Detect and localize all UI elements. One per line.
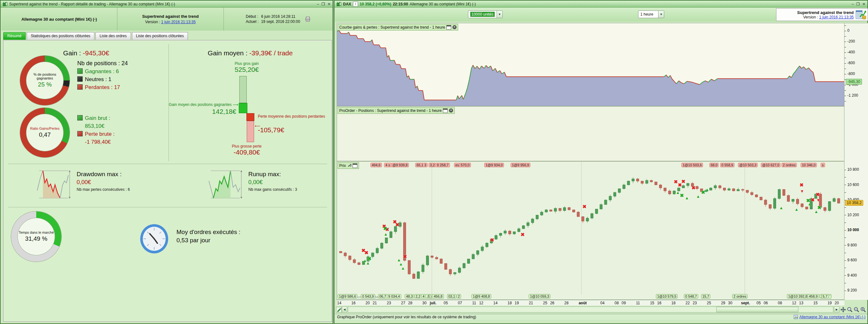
order-entry-badge[interactable]: 1@10 579,5 (656, 294, 678, 298)
gains-pane-header[interactable]: Courbe gains & pertes : Supertrend again… (338, 24, 458, 31)
panel-icon[interactable] (443, 108, 448, 113)
minimize-button[interactable]: ‒ (851, 2, 854, 6)
scrollbar-thumb[interactable] (716, 307, 798, 312)
order-entry-badge[interactable]: 5,7 (821, 294, 829, 298)
order-price-badge[interactable]: 68,0 (709, 163, 719, 167)
window-controls: ‒ ❐ ✕ (851, 2, 865, 6)
zoom-in-icon[interactable] (860, 307, 866, 313)
instrument-link[interactable]: Allemagne 30 au comptant (Mini 1€) (-) (799, 315, 865, 319)
order-entry-badge[interactable]: 2 ordres (732, 294, 747, 298)
wrench-icon[interactable] (347, 163, 351, 168)
price-label-badge[interactable]: Prix (338, 162, 359, 169)
strategy-box[interactable]: Supertrend against the trend Version : 1… (776, 8, 868, 21)
order-price-badge[interactable]: 1@9 956,9 (510, 163, 530, 167)
close-button[interactable]: ✕ (862, 2, 865, 6)
order-price-badge[interactable]: s (820, 163, 825, 167)
losing-exit-marker: ✖ (800, 182, 804, 188)
order-entry-badge[interactable]: 03,1 (447, 294, 456, 298)
minor-tick (844, 53, 846, 53)
order-entry-badge[interactable]: 15,7 (701, 294, 710, 298)
order-entry-badge[interactable]: 456,8 (432, 294, 444, 298)
panel-icon[interactable] (352, 163, 358, 168)
donut-value: 0,47 (39, 131, 51, 138)
order-price-badge[interactable]: 1@10 503,6 (681, 163, 703, 167)
order-entry-badge[interactable]: 1@9 408,8 (471, 294, 491, 298)
sell-arrow-marker: ▼ (816, 198, 820, 202)
order-entry-badge[interactable]: 9 034,4 (387, 294, 401, 298)
order-price-badge[interactable]: 65,1 3 (415, 163, 428, 167)
order-price-badge[interactable]: 0 558,9 (720, 163, 735, 167)
timeframe-dropdown[interactable]: 1 heure ▼ (638, 10, 664, 18)
gains-curve-pane[interactable]: Courbe gains & pertes : Supertrend again… (337, 23, 844, 106)
date-tick-label: 14 (337, 301, 341, 305)
order-entry-badge[interactable]: 0 543,9 (361, 294, 375, 298)
order-price-badge[interactable]: 1@9 934,0 (484, 163, 504, 167)
report-titlebar[interactable]: Supertrend against the trend - Rapport d… (1, 1, 333, 8)
losing-exit-marker: ✖ (681, 179, 685, 185)
strategy-report-icon (856, 10, 866, 20)
y-tick-label: 9 600 (847, 258, 857, 262)
order-price-badge[interactable]: 3,2 (429, 163, 436, 167)
order-entry-badge[interactable]: 2 (457, 294, 461, 298)
max-loss-value: -409,80€ (212, 149, 282, 156)
zoom-out-icon[interactable] (854, 307, 860, 313)
tab-statistiques[interactable]: Statistiques des positions clôturées (27, 32, 94, 40)
chart-titlebar[interactable]: DAX i 10 358,2 (+0,60%) 22:15:00 Allemag… (335, 1, 867, 8)
buy-arrow-marker: ▲ (384, 231, 388, 236)
date-tick-label: 26 (550, 301, 554, 305)
panel-icon[interactable] (446, 25, 451, 30)
header-dates-cell: Début :6 juin 2016 14:28:11 Actuel :19 s… (224, 8, 333, 31)
minor-tick (844, 31, 846, 31)
y-tick-label: 0 (847, 28, 849, 33)
positions-pane-header[interactable]: ProOrder - Positions : Supertrend agains… (338, 107, 455, 114)
order-price-badge[interactable]: @10 503,3 (738, 163, 758, 167)
order-entry-badge[interactable]: 1@10 059,3 (529, 294, 550, 298)
scroll-right-button[interactable]: ▶ (834, 306, 839, 313)
order-entry-badge[interactable]: ' (828, 294, 831, 298)
draw-pencil-icon[interactable] (336, 307, 342, 313)
order-entry-badge[interactable]: 4 (421, 294, 426, 298)
tab-resume[interactable]: Résumé (3, 32, 26, 40)
order-entry-badge[interactable]: 458,9 (808, 294, 819, 298)
price-label: Prix (339, 163, 346, 168)
price-pane[interactable]: Prix 494,64 s@9 939,865,1 33,29 258,7es5… (337, 161, 844, 300)
close-icon[interactable]: ✕ (453, 25, 457, 29)
chart-scrollbar[interactable] (348, 306, 833, 313)
zoom-fit-icon[interactable] (847, 307, 853, 313)
version-link[interactable]: 1 juin 2016 21:13:35 (819, 15, 854, 20)
printer-icon[interactable] (305, 16, 311, 22)
positions-pane[interactable]: ProOrder - Positions : Supertrend agains… (337, 106, 844, 161)
max-gain-bar (240, 76, 247, 103)
minimize-button[interactable]: ‒ (317, 2, 319, 6)
restore-button[interactable]: ❐ (321, 2, 325, 6)
info-icon[interactable]: i (353, 2, 358, 7)
order-price-badge[interactable]: 494,6 (370, 163, 382, 167)
order-entry-badge[interactable]: 1@10 392,8 (787, 294, 809, 298)
version-link[interactable]: 1 juin 2016 21:13:35 (161, 20, 196, 24)
gain-heading: Gain : -945,30€ (3, 49, 169, 57)
order-entry-badge[interactable]: 06,7 (378, 294, 387, 298)
restore-button[interactable]: ❐ (856, 2, 860, 6)
order-entry-badge[interactable]: 2,2 (414, 294, 422, 298)
chart-area: Courbe gains & pertes : Supertrend again… (335, 22, 867, 305)
order-entry-badge[interactable]: 1@9 586,6 (338, 294, 358, 298)
order-price-badge[interactable]: 10 346,0 (801, 163, 817, 167)
order-price-badge[interactable]: 4 s (384, 163, 392, 167)
order-entry-badge[interactable]: 0 548,7 (684, 294, 698, 298)
tab-liste-ordres[interactable]: Liste des ordres (95, 32, 131, 40)
close-icon[interactable]: ✕ (449, 108, 453, 112)
order-price-badge[interactable]: 9 258,7 (436, 163, 450, 167)
order-price-badge[interactable]: 570,0 (459, 163, 471, 167)
order-price-badge[interactable]: @10 627,0 (761, 163, 781, 167)
order-entry-badge[interactable]: 48,3 (405, 294, 414, 298)
losing-exit-marker: ✖ (490, 237, 494, 243)
scroll-left-button[interactable]: ◀ (342, 306, 347, 313)
adjust-scale-icon[interactable] (840, 307, 846, 313)
close-button[interactable]: ✕ (328, 2, 331, 6)
date-tick-label: juil. (430, 301, 437, 305)
order-price-badge[interactable]: 2 ordres (781, 163, 797, 167)
y-tick-label: 10 600 (847, 183, 859, 187)
units-dropdown[interactable]: 10000 unités ▼ (468, 10, 503, 18)
tab-liste-positions[interactable]: Liste des positions clôturées (132, 32, 188, 40)
order-price-badge[interactable]: @9 939,8 (391, 163, 409, 167)
